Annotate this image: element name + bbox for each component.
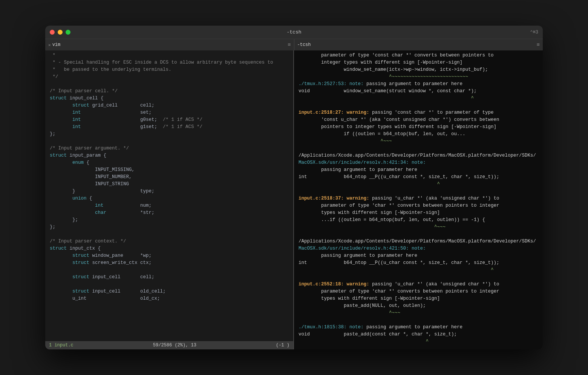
tcsh-tab: -tcsh ≡ xyxy=(294,39,543,50)
code-line: INPUT_NUMBER, xyxy=(45,174,293,181)
term-line: MacOSX.sdk/usr/include/resolv.h:421:34: … xyxy=(294,159,543,166)
code-line: int g0set; /* 1 if ACS */ xyxy=(45,116,293,123)
code-line: struct input_cell old_cell; xyxy=(45,288,293,295)
code-line: struct input_cell cell; xyxy=(45,274,293,281)
term-line: ^~~~ xyxy=(294,224,543,231)
close-button[interactable] xyxy=(50,30,55,35)
vim-tab-menu[interactable]: ≡ xyxy=(288,42,291,48)
code-line: }; xyxy=(45,131,293,138)
code-line: * - Special handling for ESC inside a DC… xyxy=(45,59,293,66)
tcsh-output-area[interactable]: parameter of type 'const char *' convert… xyxy=(294,50,543,349)
term-line: types with different sign [-Wpointer-sig… xyxy=(294,295,543,302)
code-line xyxy=(45,231,293,238)
code-line: int num; xyxy=(45,202,293,209)
code-line: u_int old_cx; xyxy=(45,295,293,302)
code-line: INPUT_STRING xyxy=(45,181,293,188)
term-line: ^~~~~~~~~~~~~~~~~~~~~~~~~~~~ xyxy=(294,73,543,81)
code-line: */ xyxy=(45,73,293,81)
term-line: passing argument to parameter here xyxy=(294,252,543,259)
tcsh-tab-menu[interactable]: ≡ xyxy=(537,42,540,48)
tcsh-tab-label: -tcsh xyxy=(297,42,535,47)
term-line: integer types with different sign [-Wpoi… xyxy=(294,59,543,66)
vim-code-area[interactable]: * * - Special handling for ESC inside a … xyxy=(45,50,293,341)
code-line: struct grid_cell cell; xyxy=(45,102,293,109)
term-line: void paste_add(const char *, char *, siz… xyxy=(294,331,543,338)
term-line: input.c:2552:18: warning: passing 'u_cha… xyxy=(294,281,543,288)
vim-status-bar: 1 input.c 59/2586 (2%), 13 (-1 ) xyxy=(45,341,293,349)
vim-status-position: 59/2586 (2%), 13 xyxy=(153,343,196,348)
window-shortcut: ⌃⌘3 xyxy=(530,29,538,35)
term-line: int b64_ntop __P((u_char const *, size_t… xyxy=(294,259,543,267)
code-line: int g1set; /* 1 if ACS */ xyxy=(45,123,293,131)
term-line: passing argument to parameter here xyxy=(294,166,543,174)
term-line: MacOSX.sdk/usr/include/resolv.h:421:50: … xyxy=(294,245,543,252)
code-line: int set; xyxy=(45,109,293,116)
code-line: enum { xyxy=(45,159,293,166)
code-line xyxy=(45,81,293,88)
term-line: if ((outlen = b64_ntop(buf, len, out, ou… xyxy=(294,131,543,138)
tab-bar: ✕ vim ≡ -tcsh ≡ xyxy=(45,39,543,50)
term-line xyxy=(294,345,543,349)
code-line xyxy=(45,267,293,274)
term-line: void window_set_name(struct window *, co… xyxy=(294,88,543,95)
traffic-lights xyxy=(50,30,70,35)
code-line: }; xyxy=(45,224,293,231)
term-line: parameter of type 'char *' converts betw… xyxy=(294,288,543,295)
code-line xyxy=(45,138,293,145)
term-line: parameter of type 'const char *' convert… xyxy=(294,52,543,59)
term-line xyxy=(294,231,543,238)
code-line: struct screen_write_ctx ctx; xyxy=(45,259,293,267)
term-line xyxy=(294,188,543,195)
term-line: types with different sign [-Wpointer-sig… xyxy=(294,209,543,216)
term-line: int b64_ntop __P((u_char const *, size_t… xyxy=(294,174,543,181)
term-line: ^ xyxy=(294,181,543,188)
code-line: struct input_ctx { xyxy=(45,245,293,252)
term-line: ^~~~ xyxy=(294,309,543,317)
code-line: struct window_pane *wp; xyxy=(45,252,293,259)
vim-tab-close[interactable]: ✕ xyxy=(48,43,51,47)
term-line: /Applications/Xcode.app/Contents/Develop… xyxy=(294,152,543,159)
code-line: struct input_cell { xyxy=(45,95,293,102)
vim-pane: * * - Special handling for ESC inside a … xyxy=(45,50,294,349)
code-line: * xyxy=(45,52,293,59)
term-line xyxy=(294,145,543,152)
term-line: ^ xyxy=(294,338,543,345)
term-line xyxy=(294,102,543,109)
term-line xyxy=(294,274,543,281)
term-line: window_set_name(ictx->wp->window, ictx->… xyxy=(294,66,543,73)
term-line: input.c:2518:37: warning: passing 'u_cha… xyxy=(294,195,543,202)
term-line: ^~~~ xyxy=(294,138,543,145)
vim-status-extra: (-1 ) xyxy=(276,343,289,348)
main-content: * * - Special handling for ESC inside a … xyxy=(45,50,543,349)
term-line: input.c:2518:27: warning: passing 'const… xyxy=(294,109,543,116)
window-title: -tcsh xyxy=(286,29,301,35)
terminal-window: -tcsh ⌃⌘3 ✕ vim ≡ -tcsh ≡ * * - Special … xyxy=(45,26,543,349)
code-line: /* Input parser cell. */ xyxy=(45,88,293,95)
term-line: ./tmux.h:2527:53: note: passing argument… xyxy=(294,81,543,88)
fullscreen-button[interactable] xyxy=(66,30,70,35)
code-line: char *str; xyxy=(45,209,293,216)
term-line: parameter of type 'char *' converts betw… xyxy=(294,202,543,209)
minimize-button[interactable] xyxy=(58,30,63,35)
code-line: /* Input parser argument. */ xyxy=(45,145,293,152)
term-line: ^ xyxy=(294,267,543,274)
vim-tab: ✕ vim ≡ xyxy=(45,39,294,50)
term-line xyxy=(294,317,543,324)
term-line: ./tmux.h:1815:38: note: passing argument… xyxy=(294,324,543,331)
vim-status-filename: 1 input.c xyxy=(49,343,74,348)
vim-tab-label: vim xyxy=(52,42,286,47)
code-line: INPUT_MISSING, xyxy=(45,166,293,174)
code-line xyxy=(45,281,293,288)
tcsh-pane: parameter of type 'const char *' convert… xyxy=(294,50,543,349)
term-line: ...if ((outlen = b64_ntop(buf, len, out,… xyxy=(294,216,543,224)
code-line: * be passed to the underlying terminals. xyxy=(45,66,293,73)
code-line: /* Input parser context. */ xyxy=(45,238,293,245)
code-line: struct input_param { xyxy=(45,152,293,159)
code-line: union { xyxy=(45,195,293,202)
term-line: paste_add(NULL, out, outlen); xyxy=(294,302,543,309)
code-line: } type; xyxy=(45,188,293,195)
term-line: /Applications/Xcode.app/Contents/Develop… xyxy=(294,238,543,245)
term-line: ^ xyxy=(294,95,543,102)
term-line: 'const u_char *' (aka 'const unsigned ch… xyxy=(294,116,543,123)
code-line: }; xyxy=(45,216,293,224)
